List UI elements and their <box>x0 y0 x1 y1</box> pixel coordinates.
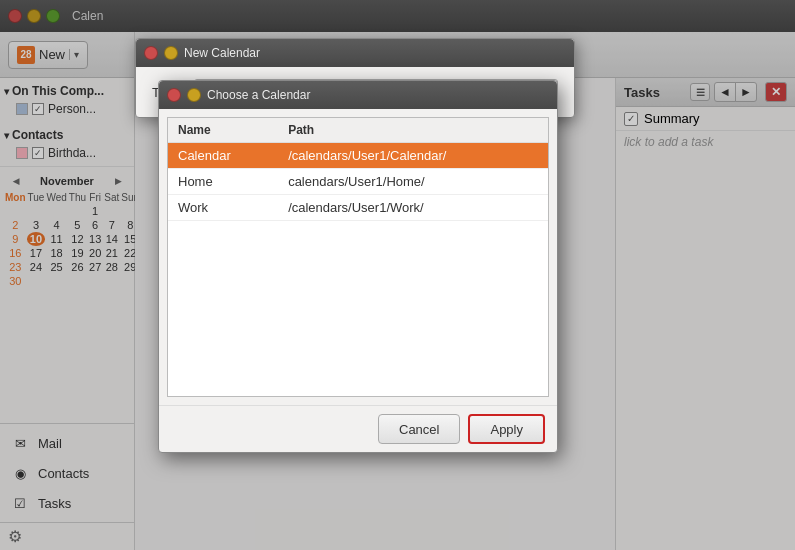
choose-calendar-dialog[interactable]: Choose a Calendar Name Path Calendar /ca… <box>158 80 558 453</box>
col-name-header: Name <box>168 118 278 143</box>
table-row[interactable]: Calendar /calendars/User1/Calendar/ <box>168 143 548 169</box>
table-row[interactable]: Work /calendars/User1/Work/ <box>168 195 548 221</box>
calendar-table-container: Name Path Calendar /calendars/User1/Cale… <box>167 117 549 397</box>
new-cal-min-button[interactable] <box>164 46 178 60</box>
calendar-path-cell: /calendars/User1/Calendar/ <box>278 143 548 169</box>
home-path-cell: calendars/User1/Home/ <box>278 169 548 195</box>
choose-cal-min-button[interactable] <box>187 88 201 102</box>
home-name-cell: Home <box>168 169 278 195</box>
work-name-cell: Work <box>168 195 278 221</box>
new-cal-close-button[interactable] <box>144 46 158 60</box>
choose-cal-body: Name Path Calendar /calendars/User1/Cale… <box>159 117 557 452</box>
choose-cal-titlebar: Choose a Calendar <box>159 81 557 109</box>
choose-cal-close-button[interactable] <box>167 88 181 102</box>
calendar-name-cell: Calendar <box>168 143 278 169</box>
work-path-cell: /calendars/User1/Work/ <box>278 195 548 221</box>
new-cal-title: New Calendar <box>184 46 260 60</box>
app-background: Calen 28 New ▾ ▾ On This Comp... ✓ Perso… <box>0 0 795 550</box>
table-header-row: Name Path <box>168 118 548 143</box>
apply-button[interactable]: Apply <box>468 414 545 444</box>
cancel-button[interactable]: Cancel <box>378 414 460 444</box>
new-cal-titlebar: New Calendar <box>136 39 574 67</box>
col-path-header: Path <box>278 118 548 143</box>
choose-cal-footer: Cancel Apply <box>159 405 557 452</box>
calendar-table: Name Path Calendar /calendars/User1/Cale… <box>168 118 548 221</box>
table-row[interactable]: Home calendars/User1/Home/ <box>168 169 548 195</box>
choose-cal-title: Choose a Calendar <box>207 88 310 102</box>
